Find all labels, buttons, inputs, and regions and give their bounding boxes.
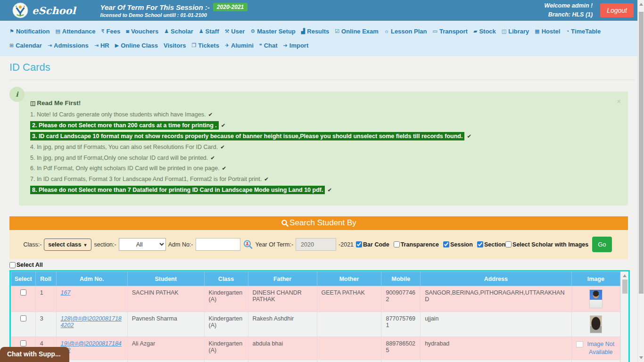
- student-photo: [589, 289, 603, 308]
- nav-scholar[interactable]: ♟Scholar: [164, 28, 193, 35]
- bell-icon: ◔: [566, 28, 569, 34]
- scroll-up-icon[interactable]: [639, 3, 643, 6]
- nav-chat[interactable]: ❝Chat: [259, 42, 278, 49]
- checkbox-section[interactable]: Section: [477, 241, 505, 248]
- nav-fees[interactable]: ₹Fees: [101, 28, 121, 35]
- nav-stock[interactable]: ▰Stock: [473, 28, 496, 35]
- transparence-checkbox[interactable]: [394, 241, 400, 247]
- year-of-term-label: Year Of Term:-: [256, 241, 294, 248]
- close-icon[interactable]: ×: [617, 97, 621, 105]
- play-icon: ▶: [115, 42, 119, 49]
- adm-no-label: Adm No:-: [168, 241, 193, 248]
- license-text: licensed to Demo School untill : 01-01-2…: [100, 12, 248, 18]
- row-checkbox[interactable]: [20, 315, 26, 321]
- col-roll: Roll: [35, 272, 56, 286]
- nav-attendance[interactable]: ▤Attendance: [55, 28, 95, 35]
- class-label: Class:-: [23, 241, 41, 248]
- row-checkbox[interactable]: [20, 289, 26, 296]
- nav-online-exam[interactable]: ☑Online Exam: [335, 28, 379, 35]
- search-scholar-icon[interactable]: [243, 239, 253, 250]
- col-image: Image: [571, 272, 620, 286]
- nav-alumini[interactable]: ✈Alumini: [225, 42, 254, 49]
- select-all-checkbox[interactable]: [9, 262, 16, 268]
- check-icon: ✔: [222, 165, 227, 171]
- chevron-down-icon: ▼: [83, 243, 88, 247]
- nav-online-class[interactable]: ▶Online Class: [115, 42, 158, 49]
- search-icon: [281, 219, 289, 227]
- check-icon: ✔: [208, 112, 213, 117]
- voucher-icon: ◙: [126, 28, 129, 34]
- scroll-down-icon[interactable]: [639, 356, 643, 359]
- users-icon: ♟: [164, 28, 169, 34]
- table-row: 1 167 SACHIN PATHAK Kindergarten (A) DIN…: [11, 286, 620, 312]
- checkbox-bar-code[interactable]: Bar Code: [356, 241, 389, 248]
- nav-lesson-plan[interactable]: ☼Lesson Plan: [384, 28, 427, 35]
- bus-icon: ▭: [433, 28, 438, 34]
- row-checkbox[interactable]: [20, 340, 26, 346]
- nav-master-setup[interactable]: ⚙Master Setup: [250, 28, 296, 35]
- session-checkbox[interactable]: [443, 241, 449, 247]
- paper-plane-icon: ✈: [225, 42, 229, 49]
- students-table: Select Roll Adm No. Student Class Father…: [9, 270, 630, 362]
- scrollbar-thumb[interactable]: [622, 280, 627, 294]
- section-select[interactable]: All: [119, 238, 166, 251]
- section-checkbox[interactable]: [477, 241, 483, 247]
- logout-button[interactable]: Logout: [600, 3, 634, 17]
- col-select: Select: [11, 272, 36, 286]
- select-scholar-images-checkbox[interactable]: [505, 241, 512, 247]
- filter-bar: Class:- select class▼ section:- All Adm …: [9, 230, 628, 259]
- nav-staff[interactable]: ♟Staff: [199, 28, 219, 35]
- page-scrollbar[interactable]: [637, 0, 644, 362]
- title-divider: [9, 80, 635, 80]
- nav-hr[interactable]: ⇥HR: [94, 42, 109, 49]
- col-address: Address: [421, 272, 571, 286]
- nav-timetable[interactable]: ◔TimeTable: [566, 28, 601, 35]
- wrench-icon: ⚒: [224, 28, 229, 34]
- adm-no-link[interactable]: 128|@#@|20200817184202: [61, 315, 122, 329]
- megaphone-icon: ⚑: [9, 28, 14, 34]
- nav-visitors[interactable]: Visitors: [164, 42, 186, 49]
- check-icon: ✔: [467, 133, 471, 139]
- nav-library[interactable]: ◫Library: [502, 28, 529, 35]
- checkbox-session[interactable]: Session: [443, 241, 473, 248]
- brand-name: eSchool: [32, 5, 76, 16]
- select-all[interactable]: Select All: [9, 262, 644, 268]
- page-title: ID Cards: [9, 61, 644, 74]
- scrollbar-thumb[interactable]: [639, 12, 644, 294]
- nav-vouchers[interactable]: ◙Vouchers: [126, 28, 158, 35]
- nav-results[interactable]: ▟Results: [301, 28, 329, 35]
- col-mobile: Mobile: [381, 272, 421, 286]
- table-row: 3 128|@#@|20200817184202 Pavnesh Sharma …: [11, 312, 620, 337]
- adm-no-link[interactable]: 167: [61, 289, 71, 296]
- welcome-line1: Welcome admin !: [545, 1, 593, 10]
- adm-no-link[interactable]: 19|@#@|20200817184202: [61, 340, 122, 354]
- bar-code-checkbox[interactable]: [356, 241, 362, 247]
- checkbox-select-scholar-images[interactable]: Select Scholar with Images: [505, 241, 588, 248]
- nav-import[interactable]: ➔Import: [283, 42, 309, 49]
- col-father: Father: [248, 272, 317, 286]
- nav-admissions[interactable]: ⇥Admissions: [48, 42, 89, 49]
- nav-notification[interactable]: ⚑Notification: [9, 28, 50, 35]
- nav-hostel[interactable]: ▦Hostel: [535, 28, 560, 35]
- scroll-up-icon[interactable]: [623, 274, 627, 277]
- chat-support-button[interactable]: Chat with Supp...: [0, 347, 69, 362]
- user-icon: ♟: [199, 28, 204, 34]
- year-of-term-input[interactable]: [296, 238, 336, 251]
- nav-tickets[interactable]: ❒Tickets: [191, 42, 219, 49]
- attendance-sheet-icon: ▤: [55, 28, 60, 34]
- folder-icon: ▰: [473, 28, 477, 34]
- class-dropdown[interactable]: select class▼: [44, 239, 91, 251]
- adm-no-input[interactable]: [196, 238, 240, 251]
- go-button[interactable]: Go: [592, 237, 611, 252]
- nav-calendar[interactable]: ⊞Calendar: [9, 42, 42, 49]
- nav-user[interactable]: ⚒User: [224, 28, 245, 35]
- note-item-2: 2. Please do not Select more than 200 ca…: [30, 122, 612, 130]
- table-scrollbar[interactable]: [620, 272, 628, 362]
- note-item-1: 1. Note! Id Cards generate only those st…: [30, 111, 612, 119]
- checkbox-transparence[interactable]: Transparence: [394, 241, 439, 248]
- check-icon: ✔: [221, 123, 226, 128]
- nav-transport[interactable]: ▭Transport: [433, 28, 468, 35]
- thumbs-up-icon: ☑: [335, 28, 339, 34]
- branch-line: Branch: HLS (1): [545, 10, 593, 19]
- note-item-7: 7. In ID card Formats, Format 3 for Land…: [30, 175, 612, 183]
